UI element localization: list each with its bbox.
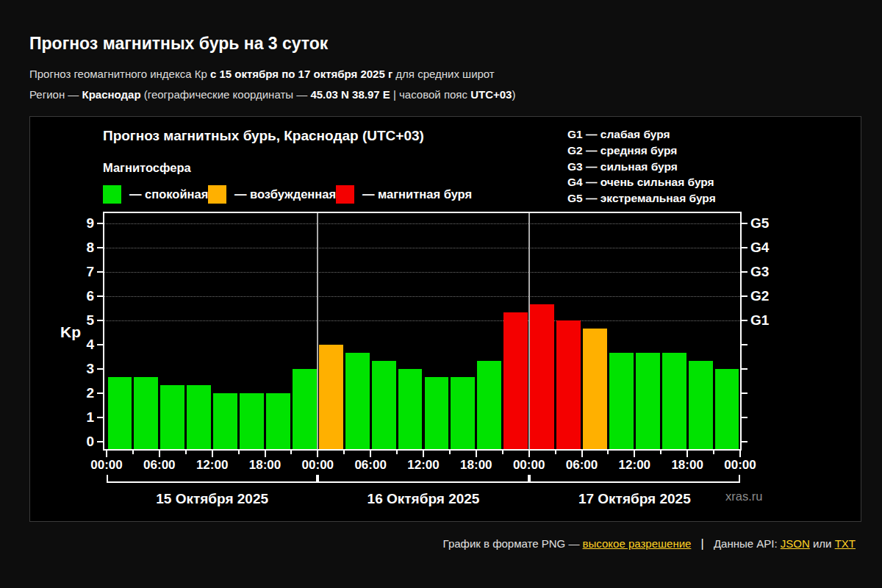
y-axis-tick <box>97 344 103 345</box>
x-axis-tick <box>132 451 134 454</box>
x-axis-tick <box>581 451 583 457</box>
y-axis-tick-right <box>742 320 747 321</box>
y-axis-tick-label: 7 <box>69 264 94 280</box>
x-axis-time-label: 12:00 <box>611 458 658 473</box>
y-axis-tick-right <box>742 368 747 370</box>
y-axis-tick-right <box>742 247 747 248</box>
x-axis-tick <box>739 451 741 457</box>
watermark: xras.ru <box>725 490 762 503</box>
x-axis-time-label: 12:00 <box>400 458 447 473</box>
y-axis-tick-right <box>742 295 747 297</box>
kp-bar <box>662 353 686 449</box>
high-resolution-link[interactable]: высокое разрешение <box>583 537 692 550</box>
subtitle-dates: с 15 октября по 17 октября 2025 г <box>210 68 392 80</box>
y-axis-tick-right <box>742 417 747 418</box>
y-axis-tick-right <box>742 344 747 345</box>
legend-swatch-excited <box>208 185 226 204</box>
region-tz-label: | часовой пояс <box>393 88 467 101</box>
region-city: Краснодар <box>82 88 141 101</box>
kp-bar <box>372 361 396 449</box>
x-axis-tick <box>343 451 345 454</box>
kp-bar <box>636 353 660 449</box>
x-axis-time-label: 06:00 <box>559 458 606 473</box>
x-axis-tick <box>185 451 187 454</box>
x-axis-time-label: 06:00 <box>347 458 394 473</box>
date-label: 17 Октября 2025 <box>529 491 740 507</box>
y-axis-tick <box>97 368 103 370</box>
y-axis-tick <box>97 441 103 442</box>
x-axis-tick <box>106 451 107 457</box>
region-paren: ) <box>512 88 515 101</box>
x-axis-time-label: 00:00 <box>294 458 341 473</box>
subtitle-line: Прогноз геомагнитного индекса Кр с 15 ок… <box>29 68 495 80</box>
y-axis-tick <box>97 247 103 248</box>
g-legend-line-g3: G3 — сильная буря <box>567 159 716 175</box>
kp-bar <box>715 369 739 449</box>
gridline-g2 <box>104 296 740 297</box>
y-axis-tick-label: 3 <box>69 361 94 377</box>
right-axis-label-g1: G1 <box>750 312 769 329</box>
legend-label-storm: — магнитная буря <box>362 187 472 201</box>
y-axis-tick <box>97 392 103 394</box>
y-axis-tick-label: 9 <box>69 215 94 232</box>
gridline-g5 <box>104 223 740 224</box>
json-link[interactable]: JSON <box>781 537 810 550</box>
x-axis-tick <box>686 451 688 457</box>
x-axis-time-label: 18:00 <box>664 458 711 473</box>
kp-bar <box>689 361 713 449</box>
right-axis-label-g5: G5 <box>750 215 769 232</box>
gridline-g3 <box>104 272 740 273</box>
y-axis-tick-right <box>742 392 747 394</box>
g-legend-line-g2: G2 — средняя буря <box>567 143 716 159</box>
y-axis-tick <box>97 271 103 273</box>
legend-item-storm: — магнитная буря <box>336 184 472 204</box>
right-axis-label-g3: G3 <box>750 264 769 280</box>
y-axis-tick-right <box>742 271 747 273</box>
y-axis-tick-label: 0 <box>69 434 94 450</box>
kp-bar <box>134 377 158 449</box>
page-title: Прогноз магнитных бурь на 3 суток <box>29 34 328 54</box>
footer-api-text: Данные API: <box>714 537 778 550</box>
y-axis-tick-right <box>742 441 747 442</box>
g-legend-line-g5: G5 — экстремальная буря <box>567 190 716 207</box>
kp-bar <box>213 393 237 449</box>
kp-bar <box>240 393 264 449</box>
x-axis-tick <box>449 451 451 454</box>
x-axis-tick <box>528 451 530 457</box>
footer: График в формате PNG — высокое разрешени… <box>443 537 856 551</box>
x-axis-tick <box>159 451 160 457</box>
footer-or-text: или <box>813 537 832 550</box>
date-label: 16 Октября 2025 <box>318 491 528 507</box>
plot-area: G1G2G3G4G5012345678900:0006:0012:0018:00… <box>103 212 742 451</box>
subtitle-latitudes: для средних широт <box>395 68 494 80</box>
region-line: Регион — Краснодар (географические коорд… <box>29 88 515 101</box>
region-coords-label: (географические координаты — <box>144 88 307 101</box>
y-axis-tick-label: 2 <box>69 385 94 401</box>
kp-bar <box>451 377 475 449</box>
day-separator <box>317 213 318 449</box>
x-axis-time-label: 00:00 <box>717 458 764 473</box>
x-axis-time-label: 06:00 <box>136 458 183 473</box>
x-axis-tick <box>370 451 371 457</box>
date-bracket <box>107 475 318 483</box>
kp-bar <box>556 320 581 449</box>
kp-bar <box>319 345 343 449</box>
region-label: Регион — <box>29 88 79 101</box>
kp-bar <box>160 385 184 449</box>
y-axis-tick-label: 8 <box>69 240 94 256</box>
txt-link[interactable]: TXT <box>835 537 856 550</box>
kp-bar <box>425 377 449 449</box>
x-axis-tick <box>660 451 662 454</box>
x-axis-tick <box>317 451 318 457</box>
kp-bar <box>398 369 423 449</box>
x-axis-tick <box>607 451 609 454</box>
x-axis-tick <box>396 451 398 454</box>
x-axis-tick <box>476 451 477 457</box>
g-scale-legend: G1 — слабая буря G2 — средняя буря G3 — … <box>567 126 716 207</box>
right-axis-label-g2: G2 <box>750 288 769 304</box>
x-axis-tick <box>555 451 556 454</box>
x-axis-time-label: 18:00 <box>242 458 289 473</box>
magnetosphere-legend-title: Магнитосфера <box>103 161 191 175</box>
region-tz: UTC+03 <box>470 88 512 101</box>
date-label: 15 Октября 2025 <box>107 491 318 507</box>
